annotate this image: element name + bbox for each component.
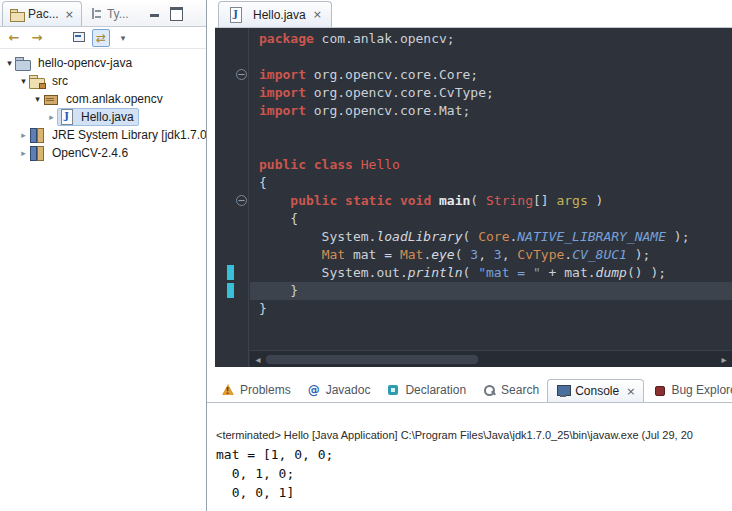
scroll-right-icon[interactable]: ▸ (716, 354, 732, 365)
tree-item-package[interactable]: ▾ com.anlak.opencv (0, 90, 206, 108)
fold-collapse-icon[interactable]: − (236, 195, 247, 206)
maximize-icon[interactable] (170, 7, 182, 18)
code-token (337, 193, 345, 208)
minimize-icon[interactable] (149, 7, 161, 18)
code-token: args (556, 193, 587, 208)
code-token: CvType (517, 247, 564, 262)
code-token: () ); (627, 265, 666, 280)
code-token: , (478, 247, 494, 262)
collapse-arrow-icon[interactable]: ▸ (18, 148, 29, 158)
back-icon[interactable]: ← (6, 30, 22, 46)
code-token: Mat (322, 247, 345, 262)
code-line[interactable]: } (250, 282, 732, 300)
expand-arrow-icon[interactable]: ▾ (32, 94, 43, 104)
collapse-arrow-icon[interactable]: ▸ (46, 112, 57, 122)
code-token: 3 (470, 247, 478, 262)
console-panel: Problems Javadoc Declaration Search Cons… (207, 377, 732, 511)
declaration-icon (386, 383, 400, 397)
tree-item-project[interactable]: ▾ hello-opencv-java (0, 54, 206, 72)
code-line[interactable]: public static void main( String[] args ) (259, 192, 732, 210)
horizontal-scrollbar[interactable]: ◂ ▸ (250, 350, 732, 367)
console-view[interactable]: <terminated> Hello [Java Application] C:… (207, 429, 732, 502)
tab-search[interactable]: Search (474, 378, 547, 402)
code-line[interactable]: package com.anlak.opencv; (259, 30, 732, 48)
tab-console[interactable]: Console × (547, 379, 644, 403)
tree-item-jre-library[interactable]: ▸ JRE System Library [jdk1.7.0_25] (0, 126, 206, 144)
code-token: "mat = " (478, 265, 541, 280)
code-token: . (564, 247, 572, 262)
package-explorer-icon (10, 7, 24, 21)
code-line[interactable]: { (259, 210, 732, 228)
tree-item-hello-java[interactable]: ▸ Hello.java (0, 108, 206, 126)
code-line[interactable]: import org.opencv.core.Core; (259, 66, 732, 84)
link-with-editor-icon[interactable]: ⇄ (92, 29, 110, 47)
close-icon[interactable]: × (313, 8, 322, 21)
code-token: println (408, 265, 463, 280)
editor-tab-bar: Hello.java × (215, 0, 732, 28)
panel-window-buttons (149, 7, 182, 18)
code-line[interactable] (259, 120, 732, 138)
console-status-line: <terminated> Hello [Java Application] C:… (216, 429, 732, 441)
search-icon (482, 383, 496, 397)
tree-item-opencv-library[interactable]: ▸ OpenCV-2.4.6 (0, 144, 206, 162)
code-token: String (486, 193, 533, 208)
code-token: org.opencv.core.CvType; (306, 85, 494, 100)
code-token: public (290, 193, 337, 208)
editor-tab-hello-java[interactable]: Hello.java × (218, 1, 332, 27)
code-line[interactable] (259, 48, 732, 66)
tab-problems[interactable]: Problems (213, 378, 299, 402)
code-line[interactable]: } (259, 300, 732, 318)
package-explorer-toolbar: ← → ⇄ ▾ (0, 27, 206, 49)
code-editor[interactable]: −− package com.anlak.opencv; import org.… (215, 28, 732, 367)
scrollbar-thumb[interactable] (266, 355, 478, 364)
expand-arrow-icon[interactable]: ▾ (4, 58, 15, 68)
code-token: , (502, 247, 518, 262)
collapse-arrow-icon[interactable]: ▸ (18, 130, 29, 140)
code-lines: package com.anlak.opencv; import org.ope… (250, 28, 732, 350)
code-token: import (259, 103, 306, 118)
code-token: ) (588, 193, 604, 208)
code-line[interactable]: import org.opencv.core.CvType; (259, 84, 732, 102)
collapse-all-icon[interactable] (73, 30, 85, 46)
console-output: mat = [1, 0, 0; 0, 1, 0; 0, 0, 1] (216, 445, 732, 502)
tab-label: Console (575, 384, 619, 398)
tab-package-explorer[interactable]: Pac... × (2, 1, 82, 26)
project-icon (15, 55, 31, 71)
view-menu-icon[interactable]: ▾ (117, 30, 129, 46)
code-token: ( (455, 247, 471, 262)
annotation-ruler[interactable]: −− (215, 28, 249, 367)
tab-label: Problems (240, 383, 291, 397)
expand-arrow-icon[interactable]: ▾ (18, 76, 29, 86)
code-line[interactable]: System.out.println( "mat = " + mat.dump(… (259, 264, 732, 282)
occurrence-marker (227, 283, 234, 298)
code-line[interactable]: import org.opencv.core.Mat; (259, 102, 732, 120)
code-line[interactable]: Mat mat = Mat.eye( 3, 3, CvType.CV_8UC1 … (259, 246, 732, 264)
tab-type-hierarchy[interactable]: Ty... (82, 1, 136, 26)
source-folder-icon (29, 73, 45, 89)
scroll-left-icon[interactable]: ◂ (250, 354, 266, 365)
tree-item-label: src (49, 73, 71, 89)
code-line[interactable]: public class Hello (259, 156, 732, 174)
selected-tree-item[interactable]: Hello.java (57, 108, 139, 126)
code-line[interactable] (259, 138, 732, 156)
library-icon (29, 127, 45, 143)
tree-item-src[interactable]: ▾ src (0, 72, 206, 90)
tab-bug-explorer[interactable]: Bug Explorer (644, 378, 732, 402)
code-line[interactable]: { (259, 174, 732, 192)
code-token: System.out. (259, 265, 408, 280)
tab-declaration[interactable]: Declaration (378, 378, 474, 402)
tab-javadoc[interactable]: Javadoc (299, 378, 379, 402)
code-token: CV_8UC1 (572, 247, 627, 262)
code-line[interactable]: System.loadLibrary( Core.NATIVE_LIBRARY_… (259, 228, 732, 246)
tab-label: Declaration (405, 383, 466, 397)
tab-label: Pac... (28, 7, 59, 21)
fold-collapse-icon[interactable]: − (236, 69, 247, 80)
code-token (431, 193, 439, 208)
code-token: ( (470, 193, 486, 208)
tree-item-label: hello-opencv-java (35, 55, 135, 71)
tab-label: Bug Explorer (671, 383, 732, 397)
tree-item-label: Hello.java (78, 109, 137, 125)
close-icon[interactable]: × (626, 385, 635, 398)
close-icon[interactable]: × (65, 8, 74, 21)
forward-icon[interactable]: → (29, 30, 45, 46)
